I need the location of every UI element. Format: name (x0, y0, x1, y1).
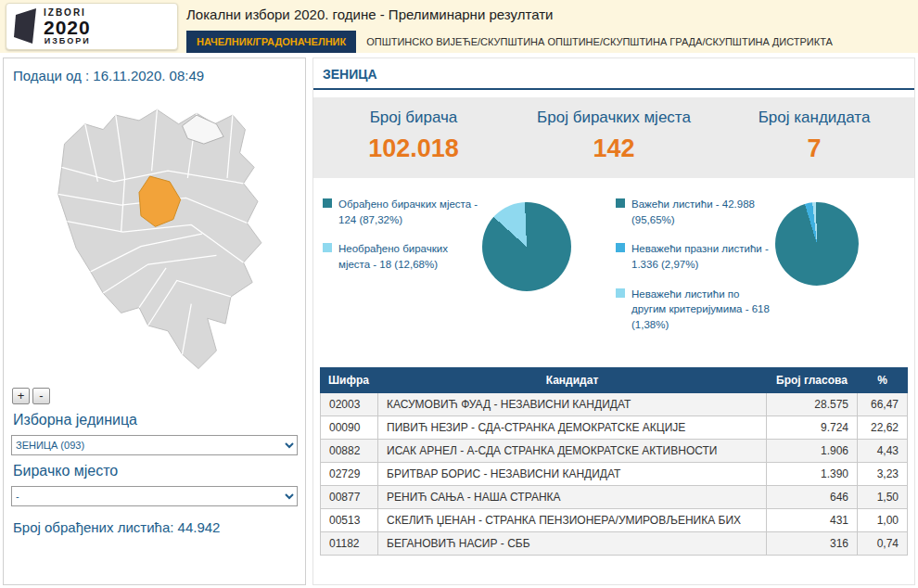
candidates-results-table: Шифра Кандидат Број гласова % 02003 КАСУ… (320, 367, 908, 556)
stat-candidates-label: Број кандидата (714, 109, 914, 127)
header-candidate: Кандидат (378, 367, 767, 392)
stat-polling-stations-label: Број бирачких мјеста (514, 109, 714, 127)
table-row: 00513 СКЕЛИЋ ЏЕНАН - СТРАНКА ПЕНЗИОНЕРА/… (321, 508, 908, 531)
cell-candidate: БЕГАНОВИЋ НАСИР - СББ (378, 531, 767, 555)
ballots-chart: Важећи листићи - 42.988 (95,65%) Неважећ… (616, 197, 909, 347)
stats-bar: Број бирача 102.018 Број бирачких мјеста… (313, 97, 914, 178)
stat-polling-stations-value: 142 (514, 134, 714, 163)
logo-text: IZBORI 2020 ИЗБОРИ (44, 8, 91, 45)
legend-swatch-processed (323, 198, 332, 208)
cell-votes: 1.390 (767, 462, 858, 485)
cell-percent: 0,74 (858, 531, 908, 555)
legend-text: Неважећи празни листићи - 1.336 (2,97%) (631, 241, 775, 272)
table-row: 00877 РЕНИЋ САЊА - НАША СТРАНКА 646 1,50 (321, 485, 908, 508)
data-as-of-label: Подаци од : 16.11.2020. 08:49 (13, 68, 298, 83)
cell-percent: 1,00 (858, 508, 908, 531)
electoral-unit-label: Изборна јединица (13, 412, 298, 428)
table-row: 00882 ИСАК АРНЕЛ - А-СДА СТРАНКА ДЕМОКРА… (321, 439, 908, 462)
cell-code: 02003 (321, 392, 378, 415)
legend-text: Важећи листићи - 42.988 (95,65%) (631, 197, 775, 227)
cell-code: 02729 (321, 462, 378, 485)
legend-text: Обрађено бирачких мјеста - 124 (87,32%) (338, 197, 482, 227)
stat-candidates: Број кандидата 7 (714, 97, 914, 178)
table-row: 00090 ПИВИЋ НЕЗИР - СДА-СТРАНКА ДЕМОКРАТ… (321, 415, 908, 439)
cell-votes: 1.906 (767, 439, 858, 462)
municipality-title: ЗЕНИЦА (313, 58, 914, 90)
header-votes: Број гласова (767, 367, 858, 392)
legend-text: Необрађено бирачких мјеста - 18 (12,68%) (338, 241, 482, 272)
cell-votes: 431 (767, 508, 858, 531)
header: IZBORI 2020 ИЗБОРИ Локални избори 2020. … (0, 0, 918, 53)
cell-code: 00513 (321, 508, 378, 531)
polling-stations-legend: Обрађено бирачких мјеста - 124 (87,32%) … (323, 197, 482, 287)
table-row: 02003 КАСУМОВИЋ ФУАД - НЕЗАВИСНИ КАНДИДА… (321, 392, 908, 415)
cell-votes: 316 (767, 531, 858, 555)
page-title: Локални избори 2020. године - Прелиминар… (186, 6, 553, 22)
stat-candidates-value: 7 (714, 134, 914, 163)
header-percent: % (858, 367, 908, 392)
content: Подаци од : 16.11.2020. 08:49 (0, 53, 918, 588)
cell-code: 00090 (321, 415, 378, 439)
cell-code: 00877 (321, 485, 378, 508)
ballots-pie-chart (775, 202, 859, 286)
ballots-legend: Важећи листићи - 42.988 (95,65%) Неважећ… (616, 197, 775, 347)
legend-item: Необрађено бирачких мјеста - 18 (12,68%) (323, 241, 482, 272)
charts-row: Обрађено бирачких мјеста - 124 (87,32%) … (313, 178, 914, 352)
stat-polling-stations: Број бирачких мјеста 142 (514, 97, 714, 178)
electoral-unit-select[interactable]: ЗЕНИЦА (093) (11, 435, 298, 455)
cell-candidate: ПИВИЋ НЕЗИР - СДА-СТРАНКА ДЕМОКРАТСКЕ АК… (378, 415, 767, 439)
tab-nacelnik-gradonacelnik[interactable]: НАЧЕЛНИК/ГРАДОНАЧЕЛНИК (186, 31, 356, 53)
legend-item: Обрађено бирачких мјеста - 124 (87,32%) (323, 197, 482, 227)
cell-percent: 4,43 (858, 439, 908, 462)
sidebar: Подаци од : 16.11.2020. 08:49 (3, 58, 306, 585)
cell-candidate: ИСАК АРНЕЛ - А-СДА СТРАНКА ДЕМОКРАТСКЕ А… (378, 439, 767, 462)
cell-candidate: КАСУМОВИЋ ФУАД - НЕЗАВИСНИ КАНДИДАТ (378, 392, 767, 415)
results-panel: ЗЕНИЦА Број бирача 102.018 Број бирачких… (312, 58, 915, 585)
legend-item: Важећи листићи - 42.988 (95,65%) (616, 197, 775, 227)
stat-voters-value: 102.018 (313, 134, 514, 163)
cell-code: 01182 (321, 531, 378, 555)
legend-item: Неважећи листићи по другим критеријумима… (616, 287, 775, 333)
legend-item: Неважећи празни листићи - 1.336 (2,97%) (616, 241, 775, 272)
cell-votes: 9.724 (767, 415, 858, 439)
polling-station-label: Бирачко мјесто (13, 463, 298, 479)
map-zoom-controls: + - (12, 388, 298, 404)
ballots-processed-label: Број обрађених листића: 44.942 (13, 519, 298, 535)
bosnia-map[interactable] (11, 88, 298, 385)
cell-candidate: СКЕЛИЋ ЏЕНАН - СТРАНКА ПЕНЗИОНЕРА/УМИРОВ… (378, 508, 767, 531)
stat-voters-label: Број бирача (313, 109, 514, 127)
polling-stations-chart: Обрађено бирачких мјеста - 124 (87,32%) … (323, 197, 616, 347)
stat-voters: Број бирача 102.018 (313, 97, 514, 178)
cell-percent: 66,47 (858, 392, 908, 415)
header-code: Шифра (321, 367, 378, 392)
table-row: 02729 БРИТВАР БОРИС - НЕЗАВИСНИ КАНДИДАТ… (321, 462, 908, 485)
logo-flag-icon (14, 8, 38, 45)
polling-stations-pie-chart (482, 202, 571, 291)
cell-votes: 28.575 (767, 392, 858, 415)
legend-swatch-unprocessed (323, 243, 332, 252)
izbori-2020-logo[interactable]: IZBORI 2020 ИЗБОРИ (6, 3, 178, 50)
cell-code: 00882 (321, 439, 378, 462)
cell-votes: 646 (767, 485, 858, 508)
tab-bar: НАЧЕЛНИК/ГРАДОНАЧЕЛНИК ОПШТИНСКО ВИЈЕЋЕ/… (186, 31, 843, 53)
legend-swatch-invalid-blank (616, 243, 625, 252)
table-row: 01182 БЕГАНОВИЋ НАСИР - СББ 316 0,74 (321, 531, 908, 555)
zoom-out-button[interactable]: - (32, 388, 50, 404)
legend-swatch-valid (616, 198, 625, 208)
zoom-in-button[interactable]: + (12, 388, 30, 404)
cell-candidate: БРИТВАР БОРИС - НЕЗАВИСНИ КАНДИДАТ (378, 462, 767, 485)
legend-swatch-invalid-other (616, 288, 625, 298)
tab-opstinsko-vijece[interactable]: ОПШТИНСКО ВИЈЕЋЕ/СКУПШТИНА ОПШТИНЕ/СКУПШ… (356, 31, 843, 53)
cell-percent: 22,62 (858, 415, 908, 439)
cell-candidate: РЕНИЋ САЊА - НАША СТРАНКА (378, 485, 767, 508)
cell-percent: 3,23 (858, 462, 908, 485)
table-header-row: Шифра Кандидат Број гласова % (321, 367, 908, 392)
cell-percent: 1,50 (858, 485, 908, 508)
bosnia-map-svg[interactable] (11, 88, 298, 385)
country-outline (58, 109, 261, 368)
legend-text: Неважећи листићи по другим критеријумима… (631, 287, 775, 333)
polling-station-select[interactable]: - (11, 486, 298, 506)
